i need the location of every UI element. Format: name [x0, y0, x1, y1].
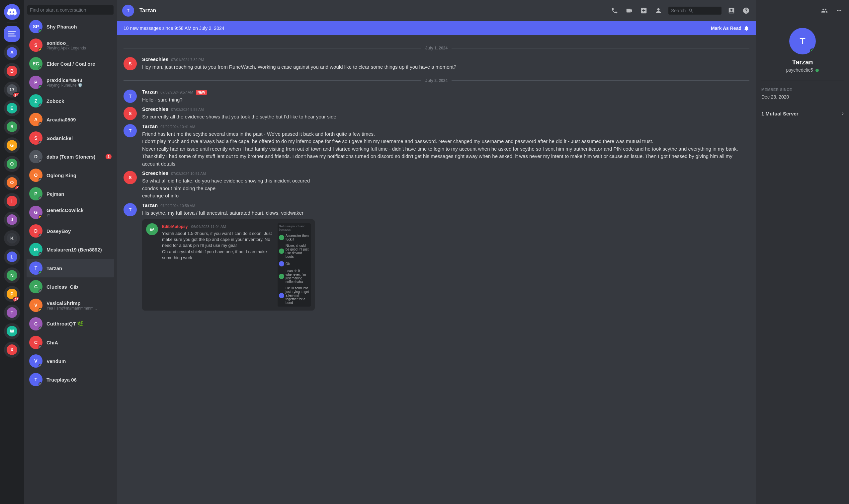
status-indicator	[38, 122, 42, 126]
search-label: Search	[671, 8, 686, 13]
profile-username: psychedelic5	[786, 67, 819, 73]
message-author: Screechies	[142, 56, 168, 62]
dm-item-vesical[interactable]: V VesicalShrimp Yea I sm@m#mammmmm...	[27, 296, 114, 314]
dm-item-doseyboy[interactable]: D DoseyBoy	[27, 222, 114, 240]
more-options-icon[interactable]	[834, 6, 844, 15]
mutual-server-item[interactable]: 1 Mutual Server ›	[761, 108, 844, 119]
status-indicator	[38, 234, 42, 238]
server-icon-6[interactable]: R	[4, 119, 20, 135]
server-icon-9[interactable]: O 1	[4, 175, 20, 191]
server-icon-12[interactable]: K	[4, 230, 20, 246]
avatar-shy-pharaoh: SP	[29, 20, 42, 33]
dm-item-sodanickel[interactable]: S Sodanickel	[27, 129, 114, 147]
server-icon-7[interactable]: G	[4, 137, 20, 153]
message-avatar: T	[123, 124, 137, 137]
server-icon-10[interactable]: I	[4, 193, 20, 209]
avatar-pejman: P	[29, 187, 42, 200]
status-indicator	[38, 141, 42, 145]
server-badge-15: 28	[13, 296, 20, 302]
server-icon-2[interactable]: A	[4, 44, 20, 60]
dm-item-vendum[interactable]: V Vendum	[27, 352, 114, 370]
server-icon-18[interactable]: X	[4, 342, 20, 358]
mini-avatar	[279, 261, 284, 266]
quote-header: EdiblAutopsy 06/04/2023 11:04 AM	[162, 223, 274, 229]
server-badge-4: 17	[13, 92, 20, 97]
message-avatar: T	[123, 90, 137, 103]
message-text: Hey man, just reaching out to you from R…	[142, 64, 749, 71]
inbox-icon[interactable]	[727, 6, 736, 15]
dm-item-cutthroat[interactable]: C CutthroatQT 🌿	[27, 314, 114, 333]
dm-search-input[interactable]	[27, 5, 114, 15]
mini-chat-5: Ok I'll send info just trying to get a f…	[279, 286, 309, 305]
server-icon-5[interactable]: E	[4, 100, 20, 116]
dm-item-oglong[interactable]: O Oglong King	[27, 166, 114, 184]
dm-info: ChiA	[47, 340, 111, 345]
add-to-dm-icon[interactable]	[639, 6, 648, 15]
help-icon[interactable]	[741, 6, 751, 15]
dm-name: Pejman	[47, 191, 111, 197]
avatar-doseyboy: D	[29, 224, 42, 238]
date-text: July 2, 2024	[425, 78, 448, 83]
message-content: Screechies 07/02/2024 9:58 AM So current…	[142, 106, 749, 121]
server-icon-13[interactable]: L	[4, 249, 20, 265]
divider-line	[452, 48, 749, 49]
dm-name: Zobock	[47, 98, 111, 104]
dm-item-praxidice[interactable]: P praxidice#8943 Playing RuneLite 🛡️	[27, 73, 114, 92]
dm-name: praxidice#8943	[47, 77, 111, 83]
chat-main: T Tarzan Search	[117, 0, 756, 504]
dm-name: Tarzan	[47, 266, 111, 271]
mini-avatar	[279, 235, 284, 240]
server-icon-17[interactable]: W	[4, 323, 20, 339]
server-icon-15[interactable]: P 28	[4, 286, 20, 302]
dm-item-pejman[interactable]: P Pejman	[27, 184, 114, 203]
username-text: psychedelic5	[786, 67, 813, 73]
dm-item-genetic[interactable]: G GeneticCowlick @	[27, 203, 114, 222]
dm-item-mcslauren[interactable]: M Mcslauren19 (Ben8892)	[27, 240, 114, 259]
server-icon-11[interactable]: J	[4, 212, 20, 228]
mark-as-read-button[interactable]: Mark As Read	[711, 25, 749, 31]
message-content: Tarzan 07/02/2024 10:41 AM Friend has le…	[142, 123, 749, 168]
call-icon[interactable]	[610, 6, 619, 15]
avatar-vendum: V	[29, 354, 42, 367]
dm-item-sonidoo[interactable]: S sonidoo_ Playing Apex Legends	[27, 36, 114, 54]
dm-item-shy-pharaoh[interactable]: SP Shy Pharaoh	[27, 17, 114, 36]
message-text: Hello - sure thing?	[142, 96, 749, 104]
dm-item-trueplaya[interactable]: T Trueplaya 06	[27, 370, 114, 389]
dm-item-dabs[interactable]: D dabs (Team Stoners) 1	[27, 147, 114, 166]
server-icon-16[interactable]: T	[4, 305, 20, 321]
server-icon-8[interactable]: O	[4, 156, 20, 172]
mini-chat-2: Nicee, should be good. I'll just use dev…	[279, 243, 309, 259]
server-icon-1[interactable]	[4, 26, 20, 42]
message-avatar: S	[123, 107, 137, 120]
video-icon[interactable]	[625, 6, 634, 15]
message-timestamp: 07/02/2024 10:41 AM	[160, 125, 195, 129]
divider-line	[452, 80, 749, 80]
message-avatar: S	[123, 171, 137, 184]
header-search-box[interactable]: Search	[669, 7, 722, 15]
new-messages-banner[interactable]: 10 new messages since 9:58 AM on July 2,…	[117, 21, 756, 35]
dm-item-arcadia[interactable]: A Arcadia0509	[27, 110, 114, 129]
message-group: S Screechies 07/02/2024 10:51 AM So what…	[123, 169, 749, 200]
svg-rect-1	[8, 34, 15, 35]
message-timestamp: 07/02/2024 10:51 AM	[171, 172, 206, 176]
server-icon-3[interactable]: B	[4, 63, 20, 79]
user-profile-icon[interactable]	[654, 6, 663, 15]
avatar-dabs: D	[29, 150, 42, 163]
members-icon[interactable]	[820, 6, 829, 15]
discord-home-icon[interactable]	[4, 4, 20, 20]
mini-text: Assembler then fuck it	[285, 234, 309, 241]
dm-item-zobock[interactable]: Z Zobock	[27, 92, 114, 110]
status-indicator	[38, 159, 42, 163]
dm-info: Vendum	[47, 358, 111, 364]
server-icon-14[interactable]: N	[4, 267, 20, 283]
server-icon-4[interactable]: 17 17	[4, 82, 20, 97]
profile-name: Tarzan	[792, 58, 813, 66]
dm-name: ChiA	[47, 340, 111, 345]
right-panel: T Tarzan psychedelic5 Member Since Dec 2…	[756, 0, 849, 504]
dm-item-chia[interactable]: C ChiA	[27, 333, 114, 352]
dm-name: Sodanickel	[47, 136, 111, 141]
dm-item-tarzan[interactable]: T Tarzan	[27, 259, 114, 277]
avatar-trueplaya: T	[29, 373, 42, 386]
dm-item-elder-coal[interactable]: EC Elder Coal / Coal ore	[27, 54, 114, 73]
dm-item-clueless[interactable]: C Clueless_Gib	[27, 277, 114, 296]
